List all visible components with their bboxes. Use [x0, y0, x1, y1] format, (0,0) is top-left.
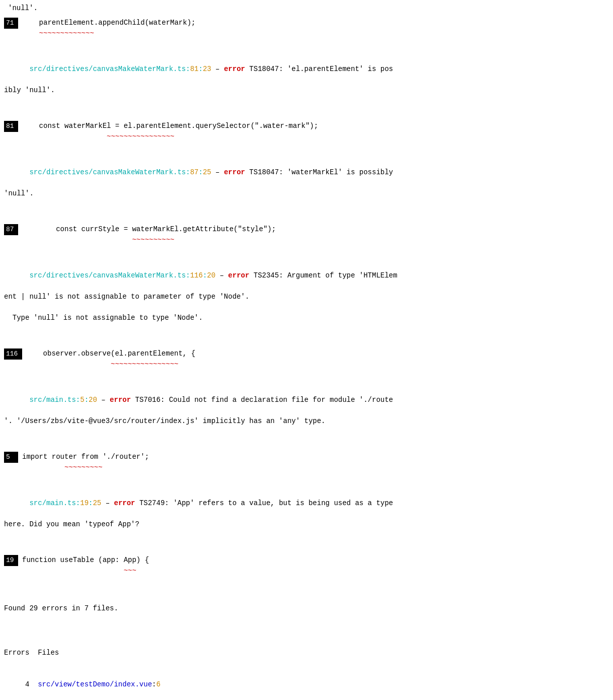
underline-87: ~~~~~~~~~~: [22, 235, 276, 245]
underline-116: ~~~~~~~~~~~~~~~~: [26, 359, 195, 370]
error-file-main19: src/main.ts: [29, 499, 75, 507]
file-line-1: 6: [156, 680, 160, 688]
line-number-main5: 5: [4, 452, 18, 463]
error-header-main19: src/main.ts:19:25 – error TS2749: 'App' …: [4, 485, 609, 542]
line-number-87: 87: [4, 224, 18, 235]
table-header: Errors Files: [4, 648, 609, 658]
error-file-87: src/directives/canvasMakeWaterMark.ts: [29, 168, 186, 176]
code-87: const currStyle = waterMarkEl.getAttribu…: [22, 224, 276, 235]
code-main5: import router from './router';: [22, 452, 149, 462]
error-header-81: src/directives/canvasMakeWaterMark.ts:81…: [4, 51, 609, 108]
error-block-code-116: 116 observer.observe(el.parentElement, {…: [4, 348, 609, 370]
error-block-code-main19: 19 function useTable (app: App) { ~~~: [4, 555, 609, 576]
error-file-81: src/directives/canvasMakeWaterMark.ts: [29, 65, 186, 73]
code-71: parentElement.appendChild(waterMark);: [22, 18, 195, 28]
error-summary: Found 29 errors in 7 files.: [4, 599, 609, 616]
error-line-main5: 5: [80, 396, 84, 404]
line-number-116: 116: [4, 348, 22, 360]
null-text-top: 'null'.: [4, 1, 609, 16]
error-line-87: 87: [190, 168, 199, 176]
error-header-87: src/directives/canvasMakeWaterMark.ts:87…: [4, 155, 609, 212]
line-number-main19: 19: [4, 555, 18, 566]
table-row-1: 4 src/view/testDemo/index.vue:6: [4, 679, 609, 690]
error-kw-81: error: [224, 65, 245, 73]
error-kw-main19: error: [114, 499, 135, 507]
error-block-71: 71 parentElement.appendChild(waterMark);…: [4, 18, 609, 39]
error-table: Errors Files 4 src/view/testDemo/index.v…: [4, 626, 609, 700]
error-file-main5: src/main.ts: [29, 396, 75, 404]
error-line-81: 81: [190, 65, 199, 73]
error-col-main5: 20: [89, 396, 97, 404]
line-number-71: 71: [4, 18, 18, 29]
error-col-116: 20: [207, 271, 215, 279]
code-116: observer.observe(el.parentElement, {: [26, 348, 195, 359]
error-kw-main5: error: [110, 396, 131, 404]
error-file-116: src/directives/canvasMakeWaterMark.ts: [29, 271, 186, 279]
code-main19: function useTable (app: App) {: [22, 555, 149, 566]
file-link-1: src/view/testDemo/index.vue: [38, 680, 152, 688]
code-81: const waterMarkEl = el.parentElement.que…: [22, 121, 318, 131]
error-kw-87: error: [224, 168, 245, 176]
error-header-main5: src/main.ts:5:20 – error TS7016: Could n…: [4, 382, 609, 439]
terminal-output: 'null'. 71 parentElement.appendChild(wat…: [0, 0, 613, 700]
error-block-code-87: 87 const currStyle = waterMarkEl.getAttr…: [4, 224, 609, 245]
error-block-code-81: 81 const waterMarkEl = el.parentElement.…: [4, 121, 609, 142]
underline-71: ~~~~~~~~~~~~~: [22, 28, 195, 39]
line-number-81: 81: [4, 121, 18, 132]
underline-main19: ~~~: [22, 566, 149, 576]
error-line-116: 116: [190, 271, 203, 279]
error-col-81: 23: [203, 65, 211, 73]
underline-81: ~~~~~~~~~~~~~~~~: [22, 131, 318, 142]
underline-main5: ~~~~~~~~~: [22, 462, 149, 473]
error-block-code-main5: 5 import router from './router'; ~~~~~~~…: [4, 452, 609, 473]
error-col-main19: 25: [93, 499, 101, 507]
error-kw-116: error: [228, 271, 249, 279]
error-header-116: src/directives/canvasMakeWaterMark.ts:11…: [4, 258, 609, 336]
error-col-87: 25: [203, 168, 211, 176]
error-line-main19: 19: [80, 499, 89, 507]
